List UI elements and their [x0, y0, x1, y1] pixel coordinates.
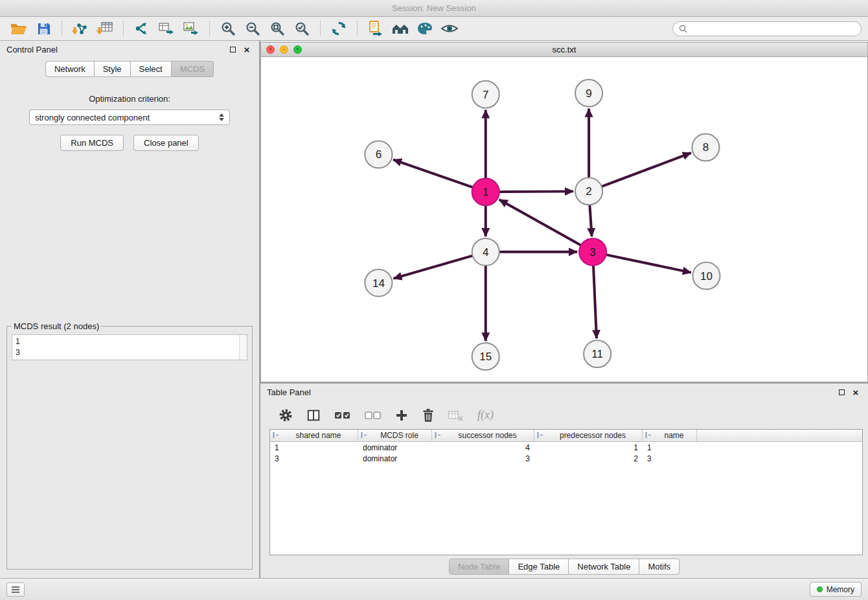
apply-style-button[interactable]	[413, 19, 437, 38]
table-tab-node-table[interactable]: Node Table	[449, 559, 510, 575]
graph-edge-1-6[interactable]	[393, 159, 473, 187]
import-network-button[interactable]	[68, 19, 93, 38]
table-row[interactable]: 1dominator411	[270, 442, 862, 453]
toolbar-separator	[320, 21, 321, 36]
graph-node-7[interactable]: 7	[472, 81, 499, 108]
mcds-result-textarea[interactable]: 13	[12, 334, 247, 360]
show-columns-button[interactable]	[306, 408, 321, 422]
window-minimize-icon[interactable]: −	[280, 45, 288, 54]
table-cell[interactable]: 3	[270, 453, 358, 464]
graph-node-3[interactable]: 3	[579, 238, 606, 266]
zoom-out-button[interactable]	[240, 19, 265, 38]
graph-node-6[interactable]: 6	[365, 141, 392, 168]
zoom-selected-button[interactable]	[290, 19, 314, 38]
mcds-result-line: 3	[16, 347, 244, 358]
memory-button[interactable]: Memory	[810, 582, 862, 597]
column-header-shared-name[interactable]: shared name	[270, 430, 358, 441]
graph-edge-3-1[interactable]	[499, 200, 581, 246]
right-area: scc.txt × − + 7968124314101511	[260, 41, 868, 578]
graph-edge-2-3[interactable]	[589, 205, 591, 237]
table-cell[interactable]: dominator	[358, 453, 432, 464]
delete-row-button[interactable]	[422, 408, 435, 422]
save-session-button[interactable]	[31, 19, 56, 38]
column-header-predecessor-nodes[interactable]: predecessor nodes	[534, 430, 643, 441]
select-all-rows-button[interactable]	[334, 409, 351, 422]
graph-node-10[interactable]: 10	[692, 262, 720, 290]
table-cell[interactable]: 1	[534, 442, 643, 453]
table-cell[interactable]: 1	[270, 442, 358, 453]
column-header-MCDS-role[interactable]: MCDS role	[358, 430, 432, 441]
graph-edge-3-10[interactable]	[606, 255, 691, 273]
control-tab-style[interactable]: Style	[95, 61, 131, 77]
table-panel-float-button[interactable]	[836, 387, 847, 398]
clone-network-button[interactable]	[363, 19, 388, 38]
search-icon	[679, 25, 687, 33]
refresh-view-button[interactable]	[326, 19, 351, 38]
graph-node-9[interactable]: 9	[575, 80, 602, 107]
control-tab-network[interactable]: Network	[45, 61, 95, 77]
show-graphics-details-button[interactable]	[437, 19, 462, 38]
task-history-button[interactable]	[6, 583, 25, 597]
network-canvas[interactable]: 7968124314101511	[261, 57, 867, 382]
mcds-result-title: MCDS result (2 nodes)	[12, 321, 101, 331]
deselect-all-rows-button[interactable]	[365, 409, 382, 422]
search-box[interactable]	[672, 21, 862, 36]
delete-table-button[interactable]	[448, 409, 464, 422]
import-table-button[interactable]	[93, 19, 117, 38]
search-input[interactable]	[691, 24, 855, 34]
open-session-button[interactable]	[6, 19, 31, 38]
window-close-icon[interactable]: ×	[266, 45, 275, 54]
table-cell[interactable]: 2	[534, 453, 643, 464]
close-panel-button[interactable]: Close panel	[133, 135, 199, 151]
node-label: 14	[372, 277, 385, 290]
table-settings-button[interactable]	[279, 408, 293, 422]
network-view[interactable]: 7968124314101511	[260, 57, 868, 382]
import-network-icon	[72, 21, 89, 36]
control-panel-tabs: NetworkStyleSelectMCDS	[0, 61, 259, 77]
graph-node-15[interactable]: 15	[472, 343, 499, 370]
optimization-criterion-label: Optimization criterion:	[0, 94, 259, 104]
column-tree-icon	[360, 432, 367, 439]
table-cell[interactable]: 1	[643, 442, 697, 453]
task-list-icon	[11, 586, 20, 594]
window-zoom-icon[interactable]: +	[293, 45, 302, 54]
export-image-button[interactable]	[179, 19, 203, 38]
table-tab-motifs[interactable]: Motifs	[639, 559, 680, 575]
run-mcds-button[interactable]: Run MCDS	[60, 135, 124, 151]
graph-node-1[interactable]: 1	[472, 178, 499, 205]
table-cell[interactable]: 4	[432, 442, 534, 453]
table-cell[interactable]: dominator	[358, 442, 432, 453]
zoom-fit-button[interactable]	[265, 19, 290, 38]
control-panel-float-button[interactable]	[227, 44, 238, 56]
optimization-criterion-select[interactable]: strongly connected component	[29, 110, 230, 125]
table-tab-network-table[interactable]: Network Table	[569, 559, 639, 575]
export-network-button[interactable]	[154, 19, 179, 38]
control-tab-mcds[interactable]: MCDS	[172, 61, 214, 77]
graph-node-14[interactable]: 14	[365, 270, 392, 297]
graph-edge-2-8[interactable]	[602, 153, 691, 187]
control-panel-close-button[interactable]: ×	[241, 44, 253, 56]
add-row-button[interactable]	[395, 409, 408, 422]
table-cell[interactable]: 3	[432, 453, 534, 464]
zoom-in-button[interactable]	[216, 19, 240, 38]
table-panel-close-button[interactable]: ×	[850, 387, 862, 398]
graph-node-11[interactable]: 11	[584, 340, 611, 367]
result-scrollbar[interactable]	[239, 335, 247, 360]
function-builder-button[interactable]: f(x)	[477, 408, 494, 422]
column-header-name[interactable]: name	[643, 430, 697, 441]
graph-node-2[interactable]: 2	[575, 178, 602, 205]
home-view-button[interactable]	[388, 19, 413, 38]
graph-node-8[interactable]: 8	[692, 134, 719, 161]
table-row[interactable]: 3dominator323	[270, 453, 862, 464]
column-header-successor-nodes[interactable]: successor nodes	[432, 430, 534, 441]
control-tab-select[interactable]: Select	[131, 61, 172, 77]
graph-edge-4-14[interactable]	[393, 256, 472, 279]
table-tab-edge-table[interactable]: Edge Table	[509, 559, 569, 575]
graph-edge-1-2[interactable]	[499, 191, 573, 192]
table-header-filler	[697, 430, 862, 441]
node-label: 9	[586, 87, 591, 100]
graph-edge-3-11[interactable]	[593, 266, 597, 339]
graph-node-4[interactable]: 4	[472, 238, 499, 266]
table-cell[interactable]: 3	[643, 453, 697, 464]
first-neighbors-button[interactable]	[130, 19, 154, 38]
